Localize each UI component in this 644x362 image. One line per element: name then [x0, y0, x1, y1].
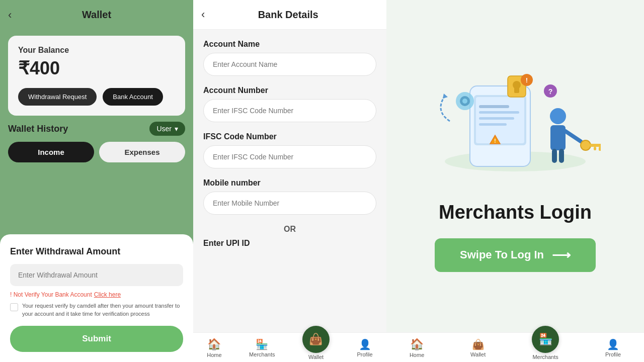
wallet-history-section: Wallet History User ▾ Income Expenses [8, 122, 185, 162]
svg-rect-3 [476, 97, 524, 143]
wallet-history-title: Wallet History [8, 124, 68, 134]
swipe-login-label: Swipe To Log In [460, 248, 544, 261]
merchants-bottom-nav: 🏠 Home 👜 Wallet 🏪 Merchants 👤 Profile [386, 332, 644, 362]
upi-label: Enter UPI ID [203, 239, 376, 248]
withdrawal-request-button[interactable]: Withdrawal Request [18, 88, 97, 106]
svg-text:!: ! [494, 138, 496, 144]
verify-info-row: Your request verify by camdell after the… [10, 302, 183, 318]
ifsc-input[interactable] [203, 145, 376, 168]
wallet-history-header: Wallet History User ▾ [8, 122, 185, 136]
svg-rect-27 [552, 149, 557, 163]
verify-checkbox[interactable] [10, 303, 18, 311]
account-number-group: Account Number [203, 86, 376, 122]
nav-wallet-label: Wallet [308, 354, 324, 360]
nav-wallet-active[interactable]: 👜 Wallet [302, 336, 330, 360]
action-buttons: Withdrawal Request Bank Account [18, 88, 175, 106]
account-name-label: Account Name [203, 40, 376, 49]
nav-profile-label-m: Profile [605, 351, 621, 357]
mobile-group: Mobile number [203, 178, 376, 215]
nav-home-merchants[interactable]: 🏠 Home [410, 338, 424, 358]
account-number-label: Account Number [203, 86, 376, 95]
merchants-icon: 🏪 [256, 338, 268, 350]
home-icon-m: 🏠 [410, 338, 424, 351]
nav-merchants-active-label: Merchants [532, 354, 558, 360]
svg-rect-24 [590, 144, 601, 147]
svg-text:!: ! [526, 76, 528, 84]
bank-form: Account Name Account Number IFSC Code Nu… [193, 30, 386, 332]
verify-info-text: Your request verify by camdell after the… [22, 302, 183, 318]
expenses-tab[interactable]: Expenses [99, 142, 185, 162]
svg-rect-5 [479, 111, 519, 114]
nav-wallet-merchants[interactable]: 👜 Wallet [470, 338, 486, 357]
wallet-circle: 👜 [302, 326, 330, 353]
upi-section: Enter UPI ID [203, 239, 376, 248]
withdrawal-modal-title: Enter Withdrawal Amount [10, 246, 183, 257]
not-verify-text: ! Not Verify Your Bank Account [10, 291, 92, 298]
wallet-title: Wallet [82, 9, 111, 21]
bank-top-bar: ‹ Bank Details [193, 0, 386, 30]
balance-amount: ₹400 [18, 58, 175, 79]
swipe-arrow-icon: ⟶ [552, 247, 571, 263]
home-icon: 🏠 [207, 338, 221, 351]
wallet-back-button[interactable]: ‹ [8, 9, 12, 22]
bank-account-button[interactable]: Bank Account [103, 88, 163, 106]
bank-back-button[interactable]: ‹ [201, 8, 205, 21]
nav-home-label: Home [207, 352, 221, 358]
svg-rect-15 [514, 86, 519, 93]
nav-wallet-label-m: Wallet [470, 351, 486, 357]
merchants-panel: ! ! ? [386, 0, 644, 362]
wallet-top-bar: ‹ Wallet [0, 0, 193, 30]
merchants-content: ! ! ? [386, 0, 644, 332]
svg-rect-7 [479, 123, 507, 126]
svg-marker-29 [443, 94, 448, 99]
svg-rect-25 [599, 147, 601, 151]
nav-home-label-m: Home [410, 352, 424, 358]
wallet-circle-icon: 👜 [309, 333, 323, 346]
user-dropdown-label: User [156, 125, 172, 133]
bank-details-panel: ‹ Bank Details Account Name Account Numb… [193, 0, 386, 362]
balance-label: Your Balance [18, 46, 175, 55]
income-expenses-tabs: Income Expenses [8, 142, 185, 162]
account-name-group: Account Name [203, 40, 376, 76]
click-here-link[interactable]: Click here [94, 291, 121, 298]
nav-profile-label: Profile [357, 351, 373, 357]
svg-point-23 [581, 140, 591, 150]
withdrawal-modal: Enter Withdrawal Amount ! Not Verify You… [0, 234, 193, 362]
mobile-input[interactable] [203, 192, 376, 215]
svg-rect-21 [550, 125, 566, 150]
nav-merchants-active[interactable]: 🏪 Merchants [532, 336, 559, 360]
account-name-input[interactable] [203, 53, 376, 76]
ifsc-label: IFSC Code Number [203, 132, 376, 141]
bank-title: Bank Details [213, 9, 363, 21]
nav-profile-bank[interactable]: 👤 Profile [357, 338, 373, 357]
svg-rect-4 [479, 105, 509, 108]
or-divider: OR [203, 225, 376, 234]
wallet-icon-m: 👜 [472, 338, 485, 350]
svg-rect-28 [559, 149, 564, 163]
user-dropdown[interactable]: User ▾ [149, 122, 185, 136]
svg-point-20 [550, 108, 566, 124]
bank-bottom-nav: 🏠 Home 🏪 Merchants 👜 Wallet 👤 Profile [193, 332, 386, 362]
svg-line-22 [566, 131, 581, 141]
svg-text:?: ? [548, 87, 553, 96]
merchants-circle-icon: 🏪 [539, 333, 552, 346]
profile-icon: 👤 [359, 338, 371, 350]
nav-merchants-bank[interactable]: 🏪 Merchants [249, 338, 275, 357]
account-number-input[interactable] [203, 99, 376, 122]
chevron-down-icon: ▾ [175, 125, 178, 133]
merchants-title: Merchants Login [439, 202, 592, 223]
income-tab[interactable]: Income [8, 142, 94, 162]
svg-rect-6 [479, 117, 514, 120]
merchants-illustration: ! ! ? [430, 61, 601, 187]
submit-button[interactable]: Submit [10, 326, 183, 352]
nav-profile-merchants[interactable]: 👤 Profile [605, 338, 621, 357]
svg-point-12 [462, 99, 467, 104]
nav-home[interactable]: 🏠 Home [207, 338, 221, 358]
nav-merchants-label: Merchants [249, 351, 275, 357]
merchants-circle: 🏪 [532, 326, 559, 353]
swipe-login-button[interactable]: Swipe To Log In ⟶ [435, 238, 596, 272]
merchants-svg: ! ! ? [430, 61, 601, 182]
withdrawal-amount-input[interactable] [10, 264, 183, 286]
wallet-panel: ‹ Wallet Your Balance ₹400 Withdrawal Re… [0, 0, 193, 362]
not-verify-row: ! Not Verify Your Bank Account Click her… [10, 291, 183, 298]
